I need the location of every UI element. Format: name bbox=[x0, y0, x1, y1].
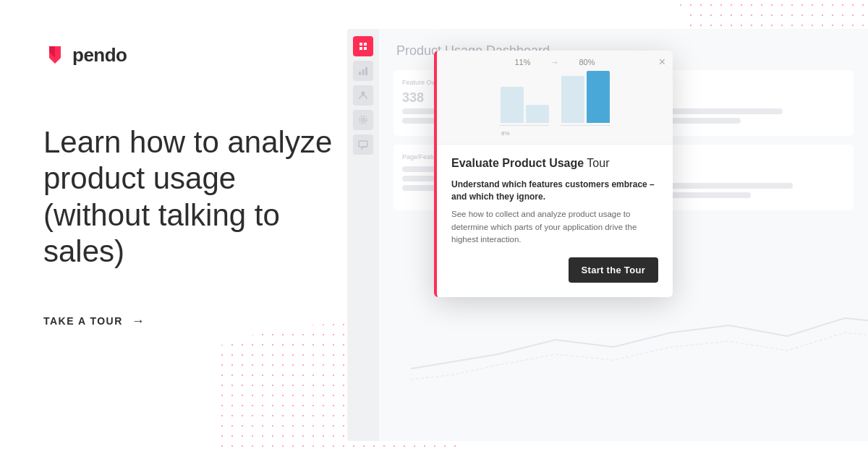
sidebar-icon-users bbox=[353, 85, 373, 106]
tour-description: See how to collect and analyze product u… bbox=[451, 208, 658, 246]
bar-light-short bbox=[526, 105, 549, 123]
tour-title-bold: Evaluate Product Usage bbox=[451, 157, 584, 169]
bar-light-tall bbox=[501, 87, 524, 123]
bar-after-blue bbox=[587, 71, 610, 123]
svg-rect-6 bbox=[359, 72, 361, 75]
svg-point-9 bbox=[362, 92, 365, 95]
bar-pair-before bbox=[501, 87, 549, 123]
right-panel: Product Usage Dashboard Feature Ove... 3… bbox=[347, 29, 868, 441]
logo: pendo bbox=[43, 43, 362, 67]
svg-rect-12 bbox=[359, 141, 367, 147]
bar-pair-after bbox=[561, 71, 610, 123]
arrow-icon: → bbox=[132, 314, 145, 329]
popup-chart-container: 11% → 80% bbox=[500, 58, 610, 137]
close-icon[interactable]: × bbox=[659, 56, 665, 68]
svg-rect-7 bbox=[362, 69, 365, 75]
svg-point-10 bbox=[362, 119, 365, 121]
pendo-logo-icon bbox=[43, 43, 67, 67]
dashboard-curve bbox=[411, 311, 868, 398]
headline-line2: product usage bbox=[43, 161, 236, 195]
tour-popup: × 11% → 80% bbox=[434, 51, 673, 297]
tour-popup-body: Evaluate Product Usage Tour Understand w… bbox=[437, 145, 673, 297]
bar-group-before bbox=[500, 87, 549, 126]
chart-label-right: 80% bbox=[579, 58, 595, 67]
tour-subtitle: Understand which features customers embr… bbox=[451, 179, 658, 203]
svg-rect-5 bbox=[364, 47, 367, 50]
sidebar-icon-settings bbox=[353, 110, 373, 130]
chart-label-left: 11% bbox=[514, 58, 530, 67]
sidebar-icon-home bbox=[353, 36, 373, 56]
chart-bars bbox=[500, 71, 610, 126]
take-a-tour-link[interactable]: TAKE A TOUR → bbox=[43, 314, 362, 329]
tour-title: Evaluate Product Usage Tour bbox=[451, 156, 658, 171]
svg-rect-4 bbox=[359, 47, 362, 50]
tour-popup-header: × 11% → 80% bbox=[437, 51, 673, 145]
headline-line1: Learn how to analyze bbox=[43, 125, 332, 159]
bar-group-after bbox=[561, 71, 610, 126]
chart-arrow: → bbox=[551, 58, 559, 67]
logo-text: pendo bbox=[72, 44, 127, 67]
chart-labels-row: 11% → 80% bbox=[514, 58, 595, 67]
dashboard-background: Product Usage Dashboard Feature Ove... 3… bbox=[347, 29, 868, 441]
start-tour-button[interactable]: Start the Tour bbox=[569, 257, 658, 283]
sidebar-icon-feedback bbox=[353, 134, 373, 155]
left-panel: pendo Learn how to analyze product usage… bbox=[43, 0, 362, 454]
bar-after-baseline bbox=[561, 125, 610, 126]
dashboard-sidebar bbox=[347, 29, 379, 441]
chart-annotation: 8% bbox=[500, 130, 510, 137]
headline: Learn how to analyze product usage (with… bbox=[43, 124, 362, 270]
bar-baseline bbox=[500, 125, 549, 126]
headline-line3: (without talking to sales) bbox=[43, 198, 280, 268]
sidebar-icon-analytics bbox=[353, 61, 373, 81]
svg-rect-8 bbox=[365, 67, 367, 75]
tour-title-rest: Tour bbox=[584, 157, 609, 169]
tour-footer: Start the Tour bbox=[451, 257, 658, 283]
svg-point-11 bbox=[359, 116, 367, 124]
bar-after-light bbox=[561, 76, 584, 123]
take-a-tour-label: TAKE A TOUR bbox=[43, 315, 123, 327]
svg-rect-2 bbox=[359, 43, 362, 46]
svg-rect-3 bbox=[364, 43, 367, 46]
